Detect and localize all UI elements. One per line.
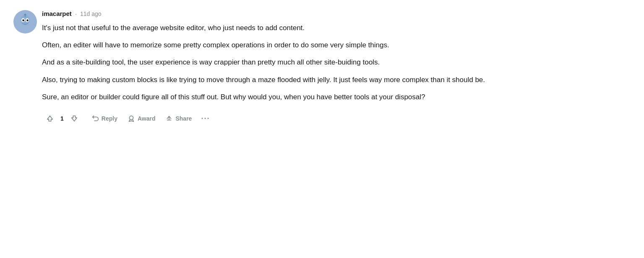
reply-label: Reply bbox=[102, 115, 117, 122]
comment: imacarpet · 11d ago It's just not that u… bbox=[13, 10, 626, 126]
username: imacarpet bbox=[42, 10, 72, 17]
comment-body: imacarpet · 11d ago It's just not that u… bbox=[42, 10, 626, 126]
svg-point-3 bbox=[24, 14, 26, 16]
reply-button[interactable]: Reply bbox=[87, 112, 122, 125]
award-icon bbox=[128, 115, 135, 122]
upvote-icon bbox=[46, 115, 54, 122]
share-icon bbox=[165, 115, 173, 122]
svg-point-6 bbox=[22, 19, 24, 21]
comment-actions: 1 Reply bbox=[42, 112, 626, 126]
comment-paragraph-5: Sure, an editor or builder could figure … bbox=[42, 91, 626, 103]
comment-paragraph-2: Often, an editer will have to memorize s… bbox=[42, 39, 626, 51]
upvote-button[interactable] bbox=[42, 112, 58, 125]
svg-point-7 bbox=[26, 19, 28, 21]
more-label: ··· bbox=[201, 114, 210, 123]
comment-paragraph-4: Also, trying to making custom blocks is … bbox=[42, 74, 626, 85]
avatar bbox=[13, 10, 37, 34]
vote-container: 1 bbox=[42, 112, 82, 125]
more-button[interactable]: ··· bbox=[198, 112, 213, 126]
reply-icon bbox=[91, 115, 99, 122]
comment-paragraph-3: And as a site-building tool, the user ex… bbox=[42, 57, 626, 68]
share-label: Share bbox=[175, 115, 192, 122]
award-label: Award bbox=[138, 115, 156, 122]
timestamp: 11d ago bbox=[80, 10, 102, 17]
comment-paragraph-1: It's just not that useful to the average… bbox=[42, 22, 626, 34]
downvote-icon bbox=[70, 115, 78, 122]
comment-header: imacarpet · 11d ago bbox=[42, 10, 626, 17]
award-button[interactable]: Award bbox=[123, 112, 160, 125]
share-button[interactable]: Share bbox=[161, 112, 196, 125]
downvote-button[interactable] bbox=[66, 112, 82, 125]
vote-count: 1 bbox=[60, 115, 64, 122]
separator: · bbox=[75, 10, 77, 17]
